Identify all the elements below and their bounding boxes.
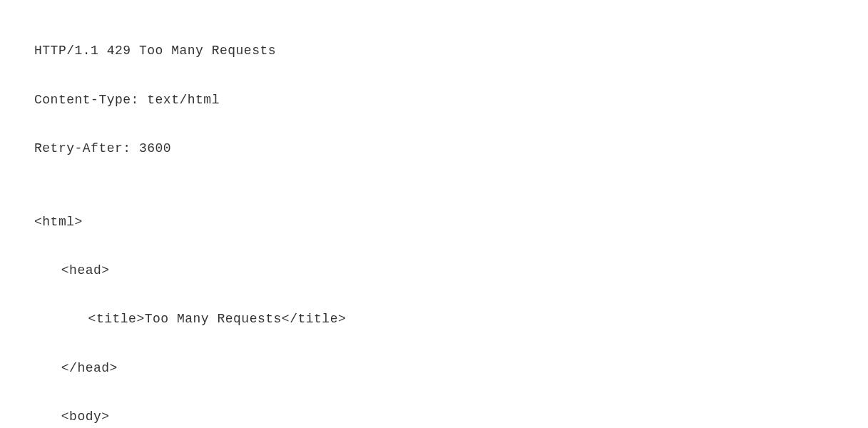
head-close-tag: </head>: [34, 356, 868, 380]
status-line: HTTP/1.1 429 Too Many Requests: [34, 39, 868, 63]
header-retry-after: Retry-After: 3600: [34, 136, 868, 160]
head-open-tag: <head>: [34, 258, 868, 282]
body-open-tag: <body>: [34, 404, 868, 428]
html-open-tag: <html>: [34, 210, 868, 234]
title-tag: <title>Too Many Requests</title>: [34, 307, 868, 331]
header-content-type: Content-Type: text/html: [34, 88, 868, 112]
http-response-code-block: HTTP/1.1 429 Too Many Requests Content-T…: [34, 14, 868, 428]
